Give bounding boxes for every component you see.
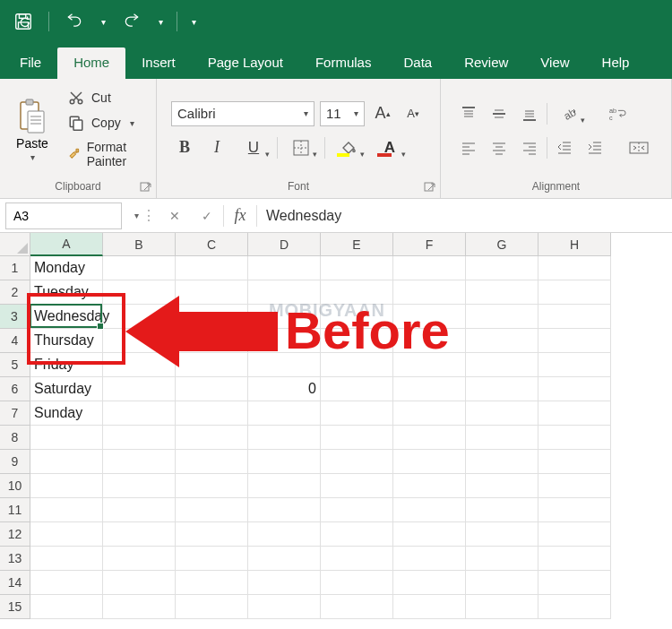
redo-button[interactable] (116, 5, 148, 38)
cell[interactable] (538, 280, 611, 305)
row-header[interactable]: 7 (0, 401, 30, 426)
wrap-text-button[interactable]: abc (599, 101, 635, 126)
cell[interactable] (321, 522, 393, 547)
cell[interactable] (321, 353, 393, 377)
cell[interactable] (248, 450, 321, 474)
column-header[interactable]: G (466, 233, 538, 256)
cell[interactable] (466, 595, 538, 619)
row-header[interactable]: 3 (0, 305, 30, 329)
cut-button[interactable]: Cut (65, 88, 149, 108)
cell[interactable] (538, 353, 611, 377)
decrease-indent-button[interactable] (551, 135, 578, 160)
cell[interactable] (466, 571, 538, 595)
cell[interactable] (30, 426, 103, 450)
cell[interactable] (103, 377, 176, 401)
cell[interactable] (466, 353, 538, 377)
cell[interactable] (393, 305, 466, 329)
cell[interactable] (30, 522, 103, 547)
cell[interactable] (393, 450, 466, 474)
cell[interactable] (103, 474, 176, 498)
cell[interactable] (30, 498, 103, 522)
column-header[interactable]: D (248, 233, 321, 256)
cell[interactable] (321, 498, 393, 522)
align-center-button[interactable] (486, 135, 513, 160)
cell[interactable] (321, 377, 393, 401)
cell[interactable] (466, 522, 538, 547)
cell[interactable] (248, 498, 321, 522)
font-color-button[interactable]: A ▾ (372, 135, 408, 160)
decrease-font-size-button[interactable]: A▾ (401, 101, 426, 126)
cell[interactable] (103, 305, 176, 329)
tab-home[interactable]: Home (57, 47, 125, 79)
tab-review[interactable]: Review (448, 47, 524, 79)
cell[interactable] (176, 280, 248, 305)
cell[interactable] (321, 329, 393, 353)
cell[interactable]: 0 (248, 377, 321, 401)
cell[interactable] (103, 353, 176, 377)
row-header[interactable]: 12 (0, 522, 30, 547)
cell[interactable] (393, 522, 466, 547)
cell[interactable] (103, 571, 176, 595)
cell[interactable] (393, 595, 466, 619)
cell[interactable] (393, 353, 466, 377)
clipboard-launcher-icon[interactable] (140, 182, 152, 194)
row-header[interactable]: 5 (0, 353, 30, 377)
cell[interactable] (248, 474, 321, 498)
cell[interactable] (103, 522, 176, 547)
bold-button[interactable]: B (171, 135, 198, 160)
column-header[interactable]: A (30, 233, 103, 256)
tab-file[interactable]: File (4, 47, 57, 79)
cell[interactable] (103, 401, 176, 426)
cell[interactable] (103, 426, 176, 450)
row-header[interactable]: 8 (0, 426, 30, 450)
cell[interactable] (538, 426, 611, 450)
cell[interactable] (321, 595, 393, 619)
cell[interactable] (321, 305, 393, 329)
cell[interactable]: Sunday (30, 401, 103, 426)
row-header[interactable]: 11 (0, 498, 30, 522)
tab-insert[interactable]: Insert (125, 47, 192, 79)
cell[interactable] (393, 571, 466, 595)
cell[interactable] (466, 450, 538, 474)
tab-data[interactable]: Data (387, 47, 448, 79)
orientation-button[interactable]: ab▾ (551, 101, 587, 126)
cell[interactable] (248, 353, 321, 377)
cell[interactable] (538, 547, 611, 571)
cell[interactable] (176, 426, 248, 450)
column-header[interactable]: B (103, 233, 176, 256)
font-launcher-icon[interactable] (424, 182, 436, 194)
align-left-button[interactable] (455, 135, 482, 160)
cell[interactable] (538, 377, 611, 401)
row-header[interactable]: 4 (0, 329, 30, 353)
fill-color-button[interactable]: ▾ (331, 135, 366, 160)
cell[interactable] (321, 474, 393, 498)
cell[interactable] (30, 547, 103, 571)
cell[interactable] (103, 256, 176, 280)
cell[interactable] (30, 450, 103, 474)
redo-dropdown[interactable]: ▾ (153, 5, 168, 38)
cell[interactable] (248, 329, 321, 353)
cell[interactable] (393, 329, 466, 353)
cell[interactable]: Monday (30, 256, 103, 280)
cell[interactable] (30, 571, 103, 595)
merge-center-button[interactable] (621, 135, 657, 160)
cell[interactable] (176, 353, 248, 377)
cell[interactable] (248, 595, 321, 619)
cell[interactable] (466, 547, 538, 571)
undo-dropdown[interactable]: ▾ (96, 5, 110, 38)
font-name-combo[interactable]: Calibri ▾ (171, 101, 314, 126)
confirm-formula-button[interactable]: ✓ (191, 202, 223, 229)
cell[interactable] (538, 595, 611, 619)
tab-help[interactable]: Help (586, 47, 646, 79)
spreadsheet-grid[interactable]: ABCDEFGH 123456789101112131415 MondayTue… (0, 233, 672, 629)
cell[interactable] (321, 547, 393, 571)
tab-page-layout[interactable]: Page Layout (192, 47, 299, 79)
insert-function-button[interactable]: fx (224, 202, 256, 229)
borders-button[interactable]: ▾ (283, 135, 319, 160)
underline-button[interactable]: U▾ (236, 135, 271, 160)
cell[interactable] (30, 595, 103, 619)
cell[interactable] (538, 474, 611, 498)
cell[interactable] (176, 498, 248, 522)
align-middle-button[interactable] (486, 101, 513, 126)
cell[interactable] (393, 401, 466, 426)
